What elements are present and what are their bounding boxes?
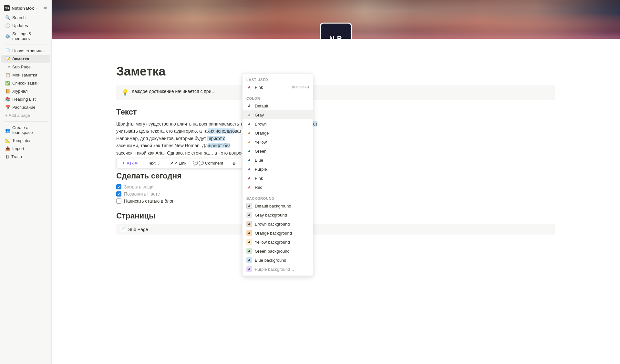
import-icon: 📥	[5, 146, 10, 151]
sidebar-item-templates[interactable]: 📐 Templates	[1, 137, 50, 144]
bg-item-green[interactable]: A Green background	[243, 247, 313, 256]
color-item-gray[interactable]: A Gray	[243, 110, 313, 119]
section-title-text: Текст	[116, 107, 555, 116]
color-item-pink-last[interactable]: A Pink ⌘+Shift+H	[243, 83, 313, 92]
pink-color-dot: A	[246, 84, 252, 90]
checkbox-label-1: Забрать вещи	[124, 184, 154, 189]
dropdown-divider-2	[243, 193, 313, 193]
green-bg-dot: A	[246, 248, 252, 254]
sidebar-item-import[interactable]: 📥 Import	[1, 145, 50, 152]
brown-label: Brown	[255, 122, 267, 126]
bg-item-orange[interactable]: A Orange background	[243, 228, 313, 238]
sidebar-item-sub-page[interactable]: ○ Sub Page	[1, 63, 50, 71]
color-label: COLOR	[243, 95, 313, 101]
text-paragraph: Шрифты могут существенно влиять на воспр…	[116, 120, 555, 164]
checkbox-item-2: Позвонить Насте	[116, 191, 555, 197]
sidebar: NB Notion Box ⌄ ✏ 🔍 Search 🕐 Updates ⚙️ …	[0, 0, 52, 364]
teamspace-icon: 👥	[5, 128, 10, 133]
color-item-yellow[interactable]: A Yellow	[243, 137, 313, 147]
bg-item-brown[interactable]: A Brown background	[243, 219, 313, 228]
logo-letters: N B	[329, 35, 343, 39]
color-item-purple[interactable]: A Purple	[243, 165, 313, 174]
bg-item-gray[interactable]: A Gray background	[243, 210, 313, 219]
sidebar-item-tasks[interactable]: ✅ Список задач	[1, 79, 50, 87]
bg-item-yellow[interactable]: A Yellow background	[243, 238, 313, 247]
color-item-blue[interactable]: A Blue	[243, 156, 313, 165]
sidebar-header: NB Notion Box ⌄ ✏	[0, 4, 51, 14]
default-color-dot: A	[246, 103, 252, 109]
checkbox-3[interactable]	[116, 198, 121, 204]
text-style-button[interactable]: Text ⌄	[145, 160, 163, 167]
pink-color-dot: A	[246, 175, 252, 181]
color-item-default[interactable]: A Default	[243, 101, 313, 110]
checkbox-1[interactable]	[116, 184, 121, 189]
green-color-dot: A	[246, 148, 252, 154]
gray-label: Gray	[255, 113, 264, 117]
pink-label: Pink	[255, 176, 263, 181]
brown-bg-label: Brown background	[255, 222, 290, 227]
sidebar-divider-1	[4, 45, 47, 45]
checkbox-label-3: Написать статью в блог	[124, 198, 174, 204]
trash-icon: 🗑	[5, 154, 9, 159]
sidebar-item-new-page[interactable]: 📄 Новая страница	[1, 47, 50, 55]
orange-color-dot: A	[246, 130, 252, 136]
orange-bg-dot: A	[246, 230, 252, 236]
purple-label: Purple	[255, 167, 267, 172]
yellow-label: Yellow	[255, 140, 267, 145]
my-notes-icon: 📋	[5, 73, 10, 77]
red-color-dot: A	[246, 184, 252, 190]
sidebar-item-settings[interactable]: ⚙️ Settings & members	[1, 30, 50, 42]
sidebar-item-schedule[interactable]: 📅 Расписание	[1, 104, 50, 111]
checkbox-2[interactable]	[116, 191, 121, 197]
color-item-green[interactable]: A Green	[243, 147, 313, 156]
orange-label: Orange	[255, 131, 269, 136]
sub-page-page-icon: 📄	[120, 227, 126, 232]
comment-icon: 💬	[193, 161, 198, 166]
sidebar-item-trash[interactable]: 🗑 Trash	[1, 153, 50, 160]
bg-item-default[interactable]: A Default background	[243, 201, 313, 210]
last-used-label: LAST USED	[243, 76, 313, 83]
purple-color-dot: A	[246, 166, 252, 172]
sidebar-item-create-teamspace[interactable]: 👥 Create a teamspace	[1, 124, 50, 136]
toolbar-divider-3	[228, 160, 228, 166]
dropdown-divider-1	[243, 93, 313, 93]
yellow-color-dot: A	[246, 139, 252, 145]
callout-block: 💡 Каждое достижение начинается с при…	[116, 85, 555, 100]
page-title: Заметка	[116, 65, 555, 78]
checkbox-item-3: Написать статью в блог	[116, 198, 555, 204]
edit-icon[interactable]: ✏	[44, 5, 47, 11]
text-toolbar: ✦ Ask AI Text ⌄ ↗ ↗ Link 💬 💬 Comment B	[116, 158, 258, 168]
sidebar-item-search[interactable]: 🔍 Search	[1, 14, 50, 21]
ask-ai-button[interactable]: ✦ Ask AI	[119, 160, 141, 167]
yellow-bg-dot: A	[246, 239, 252, 245]
new-page-icon: 📄	[5, 48, 10, 53]
callout-emoji: 💡	[121, 89, 129, 96]
sidebar-item-reading-list[interactable]: 📚 Reading List	[1, 96, 50, 103]
color-item-pink[interactable]: A Pink	[243, 174, 313, 183]
default-bg-label: Default background	[255, 204, 291, 208]
color-item-orange[interactable]: A Orange	[243, 128, 313, 137]
blue-bg-label: Blue background	[255, 258, 286, 263]
gray-color-dot: A	[246, 112, 252, 118]
orange-bg-label: Orange background	[255, 231, 292, 236]
sidebar-item-updates[interactable]: 🕐 Updates	[1, 22, 50, 29]
sidebar-item-my-notes[interactable]: 📋 Мои заметки	[1, 71, 50, 79]
sub-page-item[interactable]: 📄 Sub Page	[116, 224, 555, 235]
tasks-icon: ✅	[5, 81, 10, 86]
sidebar-item-add-page[interactable]: + Add a page	[1, 112, 50, 119]
bg-item-blue[interactable]: A Blue background	[243, 256, 313, 265]
bg-item-purple-more[interactable]: A Purple background…	[243, 265, 313, 274]
link-button[interactable]: ↗ ↗ Link	[167, 160, 189, 167]
sidebar-item-journal[interactable]: 📔 Журнал	[1, 87, 50, 95]
brown-bg-dot: A	[246, 221, 252, 227]
color-item-red[interactable]: A Red	[243, 183, 313, 192]
color-item-brown[interactable]: A Brown	[243, 119, 313, 128]
page-content: Заметка 💡 Каждое достижение начинается с…	[52, 39, 620, 364]
comment-button[interactable]: 💬 💬 Comment	[190, 160, 226, 167]
bold-button[interactable]: B	[230, 160, 238, 167]
yellow-bg-label: Yellow background	[255, 240, 290, 245]
sub-page-label: Sub Page	[128, 227, 148, 232]
ai-icon: ✦	[122, 161, 125, 166]
workspace-logo: N B	[320, 23, 352, 39]
sidebar-item-zametka[interactable]: 📝 Заметка	[1, 55, 50, 63]
